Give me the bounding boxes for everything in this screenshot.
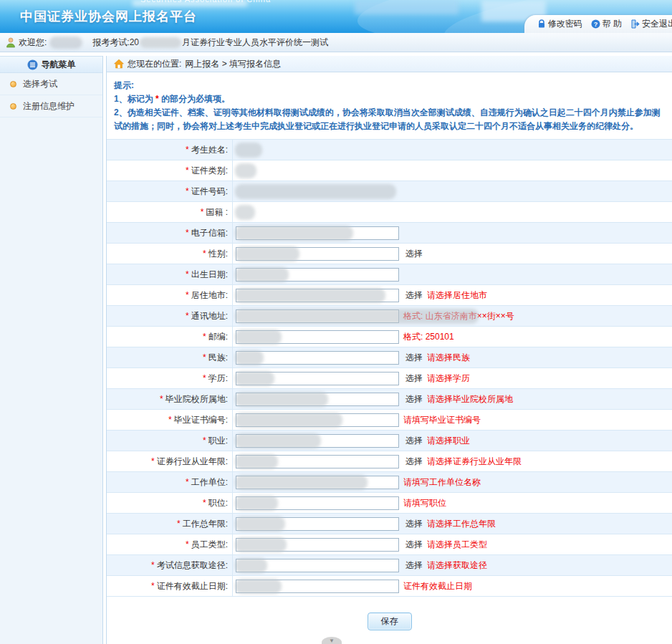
field-label: 国籍 : xyxy=(206,207,228,217)
field-label-cell: *出生日期: xyxy=(107,264,233,284)
field-cell xyxy=(233,264,672,284)
form-row: *证券行业从业年限: 选择 请选择证券行业从业年限 xyxy=(107,451,672,472)
field-cell: 选择 请选择工作总年限 xyxy=(233,514,672,534)
text-input[interactable] xyxy=(236,496,399,510)
form-row: *通讯地址: 格式: 山东省济南市××街××号 xyxy=(107,306,672,327)
field-cell xyxy=(233,181,672,201)
field-hint: 请填写职位 xyxy=(403,497,446,509)
text-input[interactable] xyxy=(236,413,399,427)
form-row: *邮编: 格式: 250101 xyxy=(107,327,672,347)
logout-link[interactable]: 安全退出 xyxy=(630,18,672,30)
select-link[interactable]: 选择 xyxy=(405,248,423,260)
field-label: 学历: xyxy=(208,373,228,383)
text-input[interactable] xyxy=(236,309,399,323)
text-input[interactable] xyxy=(236,268,399,282)
field-label: 电子信箱: xyxy=(191,228,228,238)
logout-icon xyxy=(630,19,640,29)
text-input[interactable] xyxy=(236,580,399,593)
field-cell: 选择 请选择职业 xyxy=(233,431,672,451)
field-label-cell: *考试信息获取途径: xyxy=(107,555,233,575)
text-input[interactable] xyxy=(236,434,399,448)
scroll-down-indicator[interactable]: ▼ xyxy=(322,637,342,644)
field-hint: 请选择毕业院校所属地 xyxy=(427,393,513,405)
form-row: *员工类型: 选择 请选择员工类型 xyxy=(107,534,672,555)
change-password-link[interactable]: 修改密码 xyxy=(537,18,582,30)
field-label-cell: *职位: xyxy=(107,493,233,513)
field-label-cell: *通讯地址: xyxy=(107,306,233,326)
text-input[interactable] xyxy=(236,330,399,344)
form-row: *国籍 : xyxy=(107,202,672,223)
select-link[interactable]: 选择 xyxy=(405,393,423,405)
field-label-cell: *民族: xyxy=(107,347,233,367)
save-area: 保存 xyxy=(107,597,672,630)
select-link[interactable]: 选择 xyxy=(405,518,423,530)
text-input[interactable] xyxy=(236,226,399,240)
field-cell: 请填写工作单位名称 xyxy=(233,472,672,492)
field-cell: 格式: 250101 xyxy=(233,327,672,347)
field-cell xyxy=(233,202,672,222)
form-row: *电子信箱: xyxy=(107,223,672,244)
required-asterisk: * xyxy=(201,207,204,217)
save-button[interactable]: 保存 xyxy=(368,612,412,630)
notice-block: 提示: 1、标记为 * 的部分为必填项。 2、伪造相关证件、档案、证明等其他材料… xyxy=(107,72,672,137)
text-input[interactable] xyxy=(236,289,399,302)
field-cell: 选择 请选择员工类型 xyxy=(233,534,672,554)
select-link[interactable]: 选择 xyxy=(405,539,423,551)
notice-line-1: 1、标记为 * 的部分为必填项。 xyxy=(114,92,663,106)
sidebar-item-registration-info[interactable]: 注册信息维护 xyxy=(0,95,102,117)
breadcrumb-location-label: 您现在的位置: xyxy=(128,58,181,70)
field-label: 证件类别: xyxy=(191,165,228,176)
select-link[interactable]: 选择 xyxy=(405,289,423,302)
select-link[interactable]: 选择 xyxy=(405,352,423,364)
text-input[interactable] xyxy=(236,351,399,365)
text-input[interactable] xyxy=(236,393,399,406)
breadcrumb: 您现在的位置: 网上报名 > 填写报名信息 xyxy=(107,56,672,72)
field-label: 工作单位: xyxy=(191,477,228,487)
required-asterisk: * xyxy=(203,498,206,508)
field-label: 出生日期: xyxy=(191,269,228,279)
text-input[interactable] xyxy=(236,372,399,385)
text-input[interactable] xyxy=(236,455,399,468)
required-asterisk: * xyxy=(186,290,189,300)
home-icon xyxy=(114,59,124,69)
field-hint: 证件有效截止日期 xyxy=(403,580,472,592)
select-link[interactable]: 选择 xyxy=(405,559,423,572)
lock-icon xyxy=(537,19,546,29)
text-input[interactable] xyxy=(236,247,399,261)
field-label: 邮编: xyxy=(208,332,228,342)
welcome-label: 欢迎您: xyxy=(19,37,47,49)
field-label: 性别: xyxy=(208,249,228,259)
required-asterisk: * xyxy=(186,311,189,321)
required-asterisk: * xyxy=(186,145,189,155)
required-asterisk: * xyxy=(203,352,206,362)
text-input[interactable] xyxy=(236,559,399,572)
form-table: *考生姓名: *证件类别: *证件号码: *国籍 : xyxy=(107,139,672,597)
select-link[interactable]: 选择 xyxy=(405,435,423,447)
required-asterisk: * xyxy=(186,228,189,238)
field-hint: 请选择工作总年限 xyxy=(427,518,496,530)
select-link[interactable]: 选择 xyxy=(405,456,423,468)
text-input[interactable] xyxy=(236,517,399,531)
form-row: *职业: 选择 请选择职业 xyxy=(107,431,672,451)
required-asterisk: * xyxy=(186,477,189,487)
form-row: *证件号码: xyxy=(107,181,672,202)
sidebar: 导航菜单 选择考试 注册信息维护 xyxy=(0,56,103,644)
page-title: 中国证券业协会网上报名平台 xyxy=(20,8,197,25)
select-link[interactable]: 选择 xyxy=(405,373,423,385)
text-input[interactable] xyxy=(236,476,399,489)
form-row: *工作单位: 请填写工作单位名称 xyxy=(107,472,672,493)
field-cell: 选择 xyxy=(233,244,672,264)
form-row: *证件有效截止日期: 证件有效截止日期 xyxy=(107,576,672,597)
field-label-cell: *居住地市: xyxy=(107,285,233,305)
text-input[interactable] xyxy=(236,538,399,552)
field-hint: 请填写工作单位名称 xyxy=(403,476,481,489)
required-asterisk: * xyxy=(151,560,155,570)
form-row: *证件类别: xyxy=(107,160,672,181)
redacted-value xyxy=(235,143,262,158)
help-link[interactable]: ? 帮 助 xyxy=(591,18,622,30)
breadcrumb-path: 网上报名 > 填写报名信息 xyxy=(185,58,281,70)
form-row: *毕业证书编号: 请填写毕业证书编号 xyxy=(107,410,672,431)
form-row: *职位: 请填写职位 xyxy=(107,493,672,514)
sidebar-item-select-exam[interactable]: 选择考试 xyxy=(0,73,102,95)
required-asterisk: * xyxy=(203,332,206,342)
